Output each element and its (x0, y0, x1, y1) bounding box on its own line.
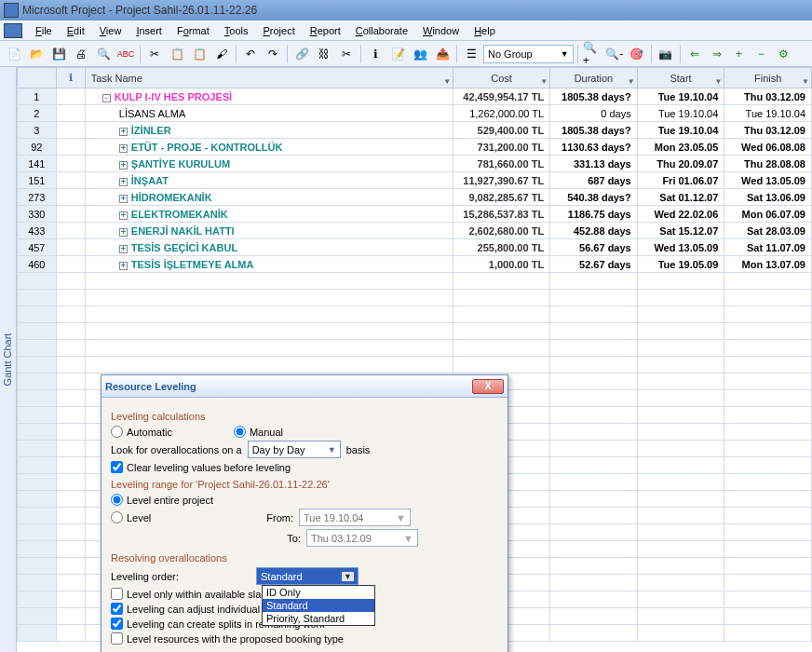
finish-cell[interactable]: Wed 13.05.09 (724, 172, 812, 189)
cost-cell[interactable]: 9,082,285.67 TL (453, 189, 550, 206)
task-cell[interactable]: +ŞANTİYE KURULUM (85, 156, 453, 172)
row-number[interactable]: 273 (18, 189, 57, 206)
zoom-in-icon[interactable]: 🔍+ (582, 44, 602, 64)
expand-icon[interactable]: + (119, 161, 128, 170)
table-row[interactable] (18, 340, 812, 357)
task-cell[interactable]: +TESİS İŞLETMEYE ALMA (85, 256, 453, 273)
table-row[interactable]: 460 +TESİS İŞLETMEYE ALMA 1,000.00 TL 52… (18, 256, 812, 273)
menu-project[interactable]: Project (255, 23, 302, 38)
start-cell[interactable]: Tue 19.05.09 (637, 256, 724, 273)
check-booking[interactable]: Level resources with the proposed bookin… (111, 632, 344, 645)
table-row[interactable]: 92 +ETÜT - PROJE - KONTROLLÜK 731,200.00… (18, 139, 812, 156)
menu-file[interactable]: File (28, 23, 60, 38)
leveling-order-combo[interactable]: Standard▼ (256, 567, 359, 585)
row-info[interactable] (56, 239, 85, 256)
row-number[interactable]: 457 (18, 239, 57, 256)
copy-icon[interactable]: 📋 (167, 44, 187, 64)
dd-option-priority[interactable]: Priority, Standard (263, 612, 374, 625)
save-icon[interactable]: 💾 (48, 44, 69, 64)
unlink-icon[interactable]: ⛓ (314, 44, 334, 64)
finish-cell[interactable]: Wed 06.08.08 (724, 139, 812, 156)
dd-option-idonly[interactable]: ID Only (263, 586, 374, 599)
cost-cell[interactable]: 731,200.00 TL (453, 139, 550, 156)
expand-icon[interactable]: + (119, 144, 128, 153)
start-cell[interactable]: Sat 01.12.07 (637, 189, 724, 206)
col-cost[interactable]: Cost▼ (453, 68, 550, 88)
cost-cell[interactable]: 781,660.00 TL (453, 156, 550, 172)
start-cell[interactable]: Wed 13.05.09 (637, 239, 724, 256)
table-row[interactable]: 457 +TESİS GEÇİCİ KABUL 255,800.00 TL 56… (18, 239, 812, 256)
task-cell[interactable]: +İNŞAAT (85, 172, 453, 189)
paste-icon[interactable]: 📋 (189, 44, 210, 64)
cost-cell[interactable]: 255,800.00 TL (453, 239, 550, 256)
finish-cell[interactable]: Tue 19.10.04 (724, 105, 812, 122)
row-info[interactable] (56, 88, 85, 105)
row-info[interactable] (56, 206, 85, 223)
zoom-out-icon[interactable]: 🔍- (604, 44, 625, 64)
row-number[interactable]: 92 (18, 139, 57, 156)
task-cell[interactable]: +TESİS GEÇİCİ KABUL (85, 239, 453, 256)
info-icon[interactable]: ℹ (365, 44, 386, 64)
start-cell[interactable]: Tue 19.10.04 (637, 88, 724, 105)
goto-icon[interactable]: 🎯 (627, 44, 647, 64)
check-clear-values[interactable]: Clear leveling values before leveling (111, 461, 291, 473)
table-row[interactable]: 3 +İZİNLER 529,400.00 TL 1805.38 days? T… (18, 122, 812, 139)
finish-cell[interactable]: Thu 28.08.08 (724, 156, 812, 172)
row-info[interactable] (56, 156, 85, 172)
dd-option-standard[interactable]: Standard (263, 599, 374, 612)
duration-cell[interactable]: 1805.38 days? (550, 122, 638, 139)
col-duration[interactable]: Duration▼ (550, 68, 638, 88)
start-cell[interactable]: Tue 19.10.04 (637, 105, 724, 122)
col-info[interactable]: ℹ (56, 68, 85, 88)
col-start[interactable]: Start▼ (637, 68, 724, 88)
expand-icon[interactable]: + (119, 262, 128, 270)
task-cell[interactable]: +İZİNLER (85, 122, 453, 139)
col-rownum[interactable] (18, 68, 57, 88)
check-slack[interactable]: Level only within available slack (111, 588, 271, 600)
new-icon[interactable]: 📄 (4, 44, 24, 64)
radio-level-range[interactable]: Level (111, 511, 250, 523)
finish-cell[interactable]: Mon 13.07.09 (724, 256, 812, 273)
task-cell[interactable]: +ELEKTROMEKANİK (85, 206, 453, 223)
cost-cell[interactable]: 529,400.00 TL (453, 122, 550, 139)
copy-picture-icon[interactable]: 📷 (656, 44, 676, 64)
to-date[interactable]: Thu 03.12.09▼ (306, 529, 418, 547)
table-row[interactable]: 330 +ELEKTROMEKANİK 15,286,537.83 TL 118… (18, 206, 812, 223)
duration-cell[interactable]: 0 days (550, 105, 638, 122)
row-number[interactable]: 1 (18, 88, 57, 105)
row-number[interactable]: 330 (18, 206, 57, 223)
table-row[interactable]: 433 +ENERJİ NAKİL HATTI 2,602,680.00 TL … (18, 223, 812, 239)
row-number[interactable]: 460 (18, 256, 57, 273)
open-icon[interactable]: 📂 (26, 44, 47, 64)
duration-cell[interactable]: 540.38 days? (550, 189, 638, 206)
menu-tools[interactable]: Tools (217, 23, 256, 38)
finish-cell[interactable]: Mon 06.07.09 (724, 206, 812, 223)
row-info[interactable] (56, 122, 85, 139)
leveling-order-dropdown[interactable]: ID Only Standard Priority, Standard (262, 585, 375, 626)
radio-level-entire[interactable]: Level entire project (111, 494, 213, 506)
duration-cell[interactable]: 1130.63 days? (550, 139, 638, 156)
table-row[interactable]: 2 LİSANS ALMA 1,262,000.00 TL 0 days Tue… (18, 105, 812, 122)
expand-icon[interactable]: + (119, 245, 128, 253)
finish-cell[interactable]: Thu 03.12.09 (724, 88, 812, 105)
start-cell[interactable]: Mon 23.05.05 (637, 139, 724, 156)
start-cell[interactable]: Tue 19.10.04 (637, 122, 724, 139)
task-cell[interactable]: +HİDROMEKANİK (85, 189, 453, 206)
menu-edit[interactable]: Edit (60, 23, 92, 38)
table-row[interactable] (18, 273, 812, 290)
nav-add-icon[interactable]: + (729, 44, 750, 64)
nav-config-icon[interactable]: ⚙ (774, 44, 794, 64)
table-row[interactable] (18, 323, 812, 340)
preview-icon[interactable]: 🔍 (93, 44, 114, 64)
expand-icon[interactable]: + (119, 178, 128, 186)
expand-icon[interactable]: + (119, 195, 128, 203)
task-cell[interactable]: LİSANS ALMA (85, 105, 453, 122)
cost-cell[interactable]: 42,459,954.17 TL (453, 88, 550, 105)
menu-report[interactable]: Report (303, 23, 348, 38)
group-icon[interactable]: ☰ (461, 44, 481, 64)
duration-cell[interactable]: 687 days (550, 172, 638, 189)
duration-cell[interactable]: 56.67 days (550, 239, 638, 256)
start-cell[interactable]: Sat 15.12.07 (637, 223, 724, 239)
start-cell[interactable]: Thu 20.09.07 (637, 156, 724, 172)
finish-cell[interactable]: Sat 13.06.09 (724, 189, 812, 206)
